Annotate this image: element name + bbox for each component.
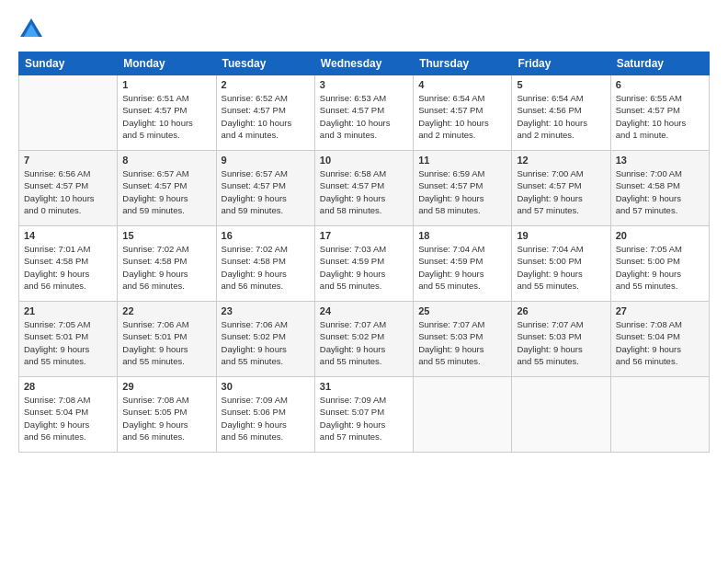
calendar-cell: 7Sunrise: 6:56 AM Sunset: 4:57 PM Daylig… [19, 151, 118, 226]
day-number: 15 [122, 230, 210, 241]
calendar-cell: 23Sunrise: 7:06 AM Sunset: 5:02 PM Dayli… [216, 302, 314, 377]
calendar-cell: 29Sunrise: 7:08 AM Sunset: 5:05 PM Dayli… [118, 377, 216, 453]
day-number: 1 [122, 79, 210, 90]
day-info: Sunrise: 7:00 AM Sunset: 4:57 PM Dayligh… [517, 167, 605, 216]
day-info: Sunrise: 7:04 AM Sunset: 4:59 PM Dayligh… [418, 243, 506, 292]
day-info: Sunrise: 6:54 AM Sunset: 4:57 PM Dayligh… [418, 92, 506, 141]
calendar-cell: 16Sunrise: 7:02 AM Sunset: 4:58 PM Dayli… [216, 226, 314, 302]
day-number: 10 [320, 155, 408, 166]
day-number: 13 [616, 155, 704, 166]
header [18, 17, 710, 42]
calendar-week-1: 1Sunrise: 6:51 AM Sunset: 4:57 PM Daylig… [19, 75, 710, 151]
calendar-cell: 24Sunrise: 7:07 AM Sunset: 5:02 PM Dayli… [314, 302, 413, 377]
calendar-cell: 2Sunrise: 6:52 AM Sunset: 4:57 PM Daylig… [216, 75, 314, 151]
calendar-week-3: 14Sunrise: 7:01 AM Sunset: 4:58 PM Dayli… [19, 226, 710, 302]
day-info: Sunrise: 7:00 AM Sunset: 4:58 PM Dayligh… [616, 167, 704, 216]
day-info: Sunrise: 7:07 AM Sunset: 5:03 PM Dayligh… [418, 318, 506, 367]
day-info: Sunrise: 7:08 AM Sunset: 5:05 PM Dayligh… [122, 394, 210, 442]
calendar-cell: 28Sunrise: 7:08 AM Sunset: 5:04 PM Dayli… [19, 377, 118, 453]
day-number: 6 [616, 79, 704, 90]
day-number: 5 [517, 79, 605, 90]
calendar-cell: 14Sunrise: 7:01 AM Sunset: 4:58 PM Dayli… [19, 226, 118, 302]
day-info: Sunrise: 6:57 AM Sunset: 4:57 PM Dayligh… [122, 167, 210, 216]
calendar-week-5: 28Sunrise: 7:08 AM Sunset: 5:04 PM Dayli… [19, 377, 710, 453]
calendar-cell: 1Sunrise: 6:51 AM Sunset: 4:57 PM Daylig… [118, 75, 216, 151]
day-number: 3 [320, 79, 408, 90]
day-info: Sunrise: 6:57 AM Sunset: 4:57 PM Dayligh… [222, 167, 310, 216]
calendar-cell: 21Sunrise: 7:05 AM Sunset: 5:01 PM Dayli… [19, 302, 118, 377]
weekday-header-thursday: Thursday [414, 52, 512, 75]
logo [18, 17, 50, 42]
calendar-cell: 3Sunrise: 6:53 AM Sunset: 4:57 PM Daylig… [314, 75, 413, 151]
day-number: 30 [222, 381, 310, 392]
day-number: 19 [517, 230, 605, 241]
day-number: 11 [418, 155, 506, 166]
day-info: Sunrise: 7:09 AM Sunset: 5:07 PM Dayligh… [320, 394, 408, 442]
day-number: 9 [222, 155, 310, 166]
day-number: 7 [24, 155, 112, 166]
day-info: Sunrise: 7:07 AM Sunset: 5:03 PM Dayligh… [517, 318, 605, 367]
day-number: 18 [418, 230, 506, 241]
calendar-cell: 13Sunrise: 7:00 AM Sunset: 4:58 PM Dayli… [610, 151, 709, 226]
day-info: Sunrise: 6:59 AM Sunset: 4:57 PM Dayligh… [418, 167, 506, 216]
weekday-header-saturday: Saturday [610, 52, 709, 75]
day-info: Sunrise: 7:01 AM Sunset: 4:58 PM Dayligh… [24, 243, 112, 292]
calendar-cell: 4Sunrise: 6:54 AM Sunset: 4:57 PM Daylig… [414, 75, 512, 151]
day-info: Sunrise: 6:55 AM Sunset: 4:57 PM Dayligh… [616, 92, 704, 141]
day-number: 20 [616, 230, 704, 241]
day-info: Sunrise: 7:04 AM Sunset: 5:00 PM Dayligh… [517, 243, 605, 292]
logo-icon [18, 17, 44, 42]
day-number: 24 [320, 305, 408, 316]
day-number: 29 [122, 381, 210, 392]
calendar-cell: 20Sunrise: 7:05 AM Sunset: 5:00 PM Dayli… [610, 226, 709, 302]
weekday-header-tuesday: Tuesday [216, 52, 314, 75]
weekday-header-monday: Monday [118, 52, 216, 75]
day-number: 8 [122, 155, 210, 166]
day-number: 14 [24, 230, 112, 241]
calendar-cell [610, 377, 709, 453]
calendar-cell: 6Sunrise: 6:55 AM Sunset: 4:57 PM Daylig… [610, 75, 709, 151]
day-info: Sunrise: 7:09 AM Sunset: 5:06 PM Dayligh… [222, 394, 310, 442]
day-info: Sunrise: 7:06 AM Sunset: 5:02 PM Dayligh… [222, 318, 310, 367]
calendar-cell: 15Sunrise: 7:02 AM Sunset: 4:58 PM Dayli… [118, 226, 216, 302]
day-info: Sunrise: 7:05 AM Sunset: 5:01 PM Dayligh… [24, 318, 112, 367]
calendar-cell: 5Sunrise: 6:54 AM Sunset: 4:56 PM Daylig… [512, 75, 610, 151]
calendar-cell: 26Sunrise: 7:07 AM Sunset: 5:03 PM Dayli… [512, 302, 610, 377]
calendar-cell: 22Sunrise: 7:06 AM Sunset: 5:01 PM Dayli… [118, 302, 216, 377]
day-number: 22 [122, 305, 210, 316]
calendar-cell: 31Sunrise: 7:09 AM Sunset: 5:07 PM Dayli… [314, 377, 413, 453]
calendar-cell [19, 75, 118, 151]
page: SundayMondayTuesdayWednesdayThursdayFrid… [0, 0, 728, 563]
day-number: 4 [418, 79, 506, 90]
calendar-cell [414, 377, 512, 453]
day-info: Sunrise: 7:03 AM Sunset: 4:59 PM Dayligh… [320, 243, 408, 292]
day-info: Sunrise: 7:08 AM Sunset: 5:04 PM Dayligh… [24, 394, 112, 442]
day-info: Sunrise: 6:51 AM Sunset: 4:57 PM Dayligh… [122, 92, 210, 141]
day-info: Sunrise: 6:53 AM Sunset: 4:57 PM Dayligh… [320, 92, 408, 141]
weekday-header-friday: Friday [512, 52, 610, 75]
calendar-cell: 11Sunrise: 6:59 AM Sunset: 4:57 PM Dayli… [414, 151, 512, 226]
day-number: 31 [320, 381, 408, 392]
day-number: 2 [222, 79, 310, 90]
day-number: 23 [222, 305, 310, 316]
calendar-cell: 12Sunrise: 7:00 AM Sunset: 4:57 PM Dayli… [512, 151, 610, 226]
day-number: 28 [24, 381, 112, 392]
calendar-cell: 9Sunrise: 6:57 AM Sunset: 4:57 PM Daylig… [216, 151, 314, 226]
calendar-cell: 27Sunrise: 7:08 AM Sunset: 5:04 PM Dayli… [610, 302, 709, 377]
day-info: Sunrise: 6:52 AM Sunset: 4:57 PM Dayligh… [222, 92, 310, 141]
day-info: Sunrise: 7:08 AM Sunset: 5:04 PM Dayligh… [616, 318, 704, 367]
day-number: 25 [418, 305, 506, 316]
day-number: 16 [222, 230, 310, 241]
day-info: Sunrise: 7:02 AM Sunset: 4:58 PM Dayligh… [122, 243, 210, 292]
calendar-cell: 25Sunrise: 7:07 AM Sunset: 5:03 PM Dayli… [414, 302, 512, 377]
day-info: Sunrise: 6:58 AM Sunset: 4:57 PM Dayligh… [320, 167, 408, 216]
weekday-header-row: SundayMondayTuesdayWednesdayThursdayFrid… [19, 52, 710, 75]
calendar-cell: 30Sunrise: 7:09 AM Sunset: 5:06 PM Dayli… [216, 377, 314, 453]
calendar-cell: 17Sunrise: 7:03 AM Sunset: 4:59 PM Dayli… [314, 226, 413, 302]
weekday-header-sunday: Sunday [19, 52, 118, 75]
day-info: Sunrise: 6:54 AM Sunset: 4:56 PM Dayligh… [517, 92, 605, 141]
day-number: 12 [517, 155, 605, 166]
calendar-week-2: 7Sunrise: 6:56 AM Sunset: 4:57 PM Daylig… [19, 151, 710, 226]
calendar-header: SundayMondayTuesdayWednesdayThursdayFrid… [19, 52, 710, 75]
day-info: Sunrise: 7:05 AM Sunset: 5:00 PM Dayligh… [616, 243, 704, 292]
